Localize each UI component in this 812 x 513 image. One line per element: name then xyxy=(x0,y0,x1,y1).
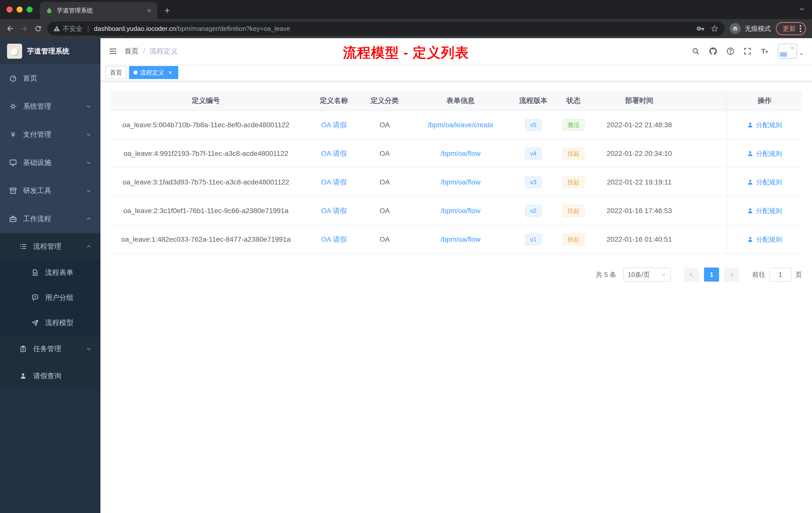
navbar-actions xyxy=(692,44,804,59)
assign-rule-link[interactable]: 分配规则 xyxy=(747,121,782,129)
sidebar-item-user-group[interactable]: 用户分组 xyxy=(0,285,100,310)
incognito-badge: 无痕模式 xyxy=(730,23,771,34)
avatar[interactable] xyxy=(778,44,797,59)
chevron-down-icon xyxy=(86,132,91,137)
table-row: oa_leave:2:3c1f0ef1-76b1-11ec-9c66-a2380… xyxy=(111,197,802,225)
bookmark-star-icon[interactable] xyxy=(710,25,719,33)
logo-avatar xyxy=(7,44,22,59)
form-info-link[interactable]: /bpm/oa/leave/create xyxy=(428,121,493,129)
sidebar-item-devtools[interactable]: 研发工具 xyxy=(0,177,100,205)
chevron-down-icon xyxy=(86,160,91,165)
sidebar-item-payment[interactable]: ¥ 支付管理 xyxy=(0,120,100,149)
tab-close-icon[interactable] xyxy=(145,6,153,14)
deploy-time: 2022-01-16 17:46:53 xyxy=(599,197,680,225)
definition-category: OA xyxy=(367,225,403,254)
sidebar-logo[interactable]: 芋道管理系统 xyxy=(0,38,100,64)
page-size-select[interactable]: 10条/页 xyxy=(623,268,671,281)
tag-process-definition[interactable]: 流程定义 × xyxy=(129,66,178,79)
fullscreen-icon[interactable] xyxy=(743,47,752,56)
toolbox-icon xyxy=(9,187,17,195)
sidebar-item-system[interactable]: 系统管理 xyxy=(0,92,100,120)
github-icon[interactable] xyxy=(708,47,718,56)
url-host: dashboard.yudao.iocoder.cn xyxy=(94,25,176,32)
prev-page-button[interactable] xyxy=(684,268,699,281)
new-tab-button[interactable] xyxy=(160,3,174,18)
maximize-window-button[interactable] xyxy=(27,6,33,12)
tab-title: 芋道管理系统 xyxy=(57,6,141,14)
definition-category: OA xyxy=(367,140,403,168)
back-button[interactable] xyxy=(3,22,17,36)
definition-name-link[interactable]: OA 请假 xyxy=(321,120,347,130)
page-size-value: 10条/页 xyxy=(628,270,650,279)
definition-category: OA xyxy=(367,168,403,197)
assign-rule-link[interactable]: 分配规则 xyxy=(747,235,782,244)
tag-close-icon[interactable]: × xyxy=(167,69,174,76)
page-unit-label: 页 xyxy=(795,270,802,279)
sidebar-item-infrastructure[interactable]: 基础设施 xyxy=(0,149,100,177)
close-window-button[interactable] xyxy=(6,6,12,12)
sidebar-item-leave-query[interactable]: 请假查询 xyxy=(0,362,100,390)
address-bar[interactable]: 不安全 dashboard.yudao.iocoder.cn/bpm/manag… xyxy=(47,22,725,36)
form-info-link[interactable]: /bpm/oa/flow xyxy=(441,150,481,158)
font-size-icon[interactable] xyxy=(760,47,769,56)
browser-menu-kebab-icon[interactable] xyxy=(800,25,801,32)
definition-name-link[interactable]: OA 请假 xyxy=(321,177,347,187)
table-header: 定义编号 定义名称 定义分类 表单信息 流程版本 状态 部署时间 操作 xyxy=(111,91,802,111)
sidebar-item-label: 系统管理 xyxy=(23,102,51,111)
definition-id: oa_leave:3:1fad3d93-7b75-11ec-a3c8-acde4… xyxy=(111,168,301,197)
breadcrumb-home[interactable]: 首页 xyxy=(124,47,139,56)
main-area: 首页 / 流程定义 xyxy=(100,38,812,513)
definition-name-link[interactable]: OA 请假 xyxy=(321,206,347,216)
next-page-button[interactable] xyxy=(724,268,739,281)
page-number-button[interactable]: 1 xyxy=(704,268,719,281)
forward-button[interactable] xyxy=(17,22,31,36)
hamburger-icon[interactable] xyxy=(109,47,117,56)
assign-rule-link[interactable]: 分配规则 xyxy=(747,149,782,158)
pagination: 共 5 条 10条/页 1 前往 页 xyxy=(111,268,802,281)
sidebar-item-label: 流程管理 xyxy=(33,242,61,251)
form-info-link[interactable]: /bpm/oa/flow xyxy=(441,178,481,186)
column-header: 定义分类 xyxy=(367,91,403,111)
sidebar-item-label: 用户分组 xyxy=(45,293,73,302)
admin-app: 芋道管理系统 首页 系统管理 ¥ 支付管理 xyxy=(0,38,812,513)
warning-icon xyxy=(53,25,60,32)
sidebar-background xyxy=(0,390,100,513)
sidebar-item-process-form[interactable]: 流程表单 xyxy=(0,260,100,285)
form-info-link[interactable]: /bpm/oa/flow xyxy=(441,235,481,243)
form-info-link[interactable]: /bpm/oa/flow xyxy=(441,207,481,215)
minimize-window-button[interactable] xyxy=(17,6,23,12)
row-spacer xyxy=(680,197,727,225)
status-tag: 挂起 xyxy=(562,205,584,217)
sidebar-item-process-model[interactable]: 流程模型 xyxy=(0,310,100,335)
column-header: 状态 xyxy=(548,91,599,111)
password-key-icon[interactable] xyxy=(696,25,704,33)
table-row: oa_leave:3:1fad3d93-7b75-11ec-a3c8-acde4… xyxy=(111,168,802,197)
sidebar-item-home[interactable]: 首页 xyxy=(0,64,100,92)
goto-page-input[interactable] xyxy=(769,268,791,281)
breadcrumb: 首页 / 流程定义 xyxy=(124,47,178,56)
definition-name-link[interactable]: OA 请假 xyxy=(321,149,347,158)
assign-rule-link[interactable]: 分配规则 xyxy=(747,207,782,215)
definition-id: oa_leave:4:991f2193-7b7f-11ec-a3c8-acde4… xyxy=(111,140,301,168)
sidebar-item-workflow[interactable]: 工作流程 xyxy=(0,205,100,233)
user-menu[interactable] xyxy=(778,44,804,59)
column-header: 表单信息 xyxy=(403,91,518,111)
assign-rule-link[interactable]: 分配规则 xyxy=(747,178,782,187)
sidebar-item-process-management[interactable]: 流程管理 xyxy=(0,233,100,260)
reload-button[interactable] xyxy=(31,22,45,36)
browser-update-button[interactable]: 更新 xyxy=(776,22,806,35)
status-tag: 挂起 xyxy=(562,233,584,245)
tab-search-chevron-icon[interactable] xyxy=(799,5,805,14)
tag-home[interactable]: 首页 xyxy=(106,66,126,79)
deploy-time: 2022-01-22 20:34:10 xyxy=(599,140,680,168)
definition-name-link[interactable]: OA 请假 xyxy=(321,235,347,244)
help-icon[interactable] xyxy=(726,47,735,56)
gear-icon xyxy=(9,102,17,111)
security-indicator[interactable]: 不安全 xyxy=(53,24,82,33)
browser-tab[interactable]: 芋道管理系统 xyxy=(40,2,157,19)
tag-label: 流程定义 xyxy=(140,68,164,77)
column-header: 流程版本 xyxy=(518,91,548,111)
search-icon[interactable] xyxy=(692,47,700,56)
update-label: 更新 xyxy=(783,24,796,33)
sidebar-item-task-management[interactable]: 任务管理 xyxy=(0,335,100,362)
